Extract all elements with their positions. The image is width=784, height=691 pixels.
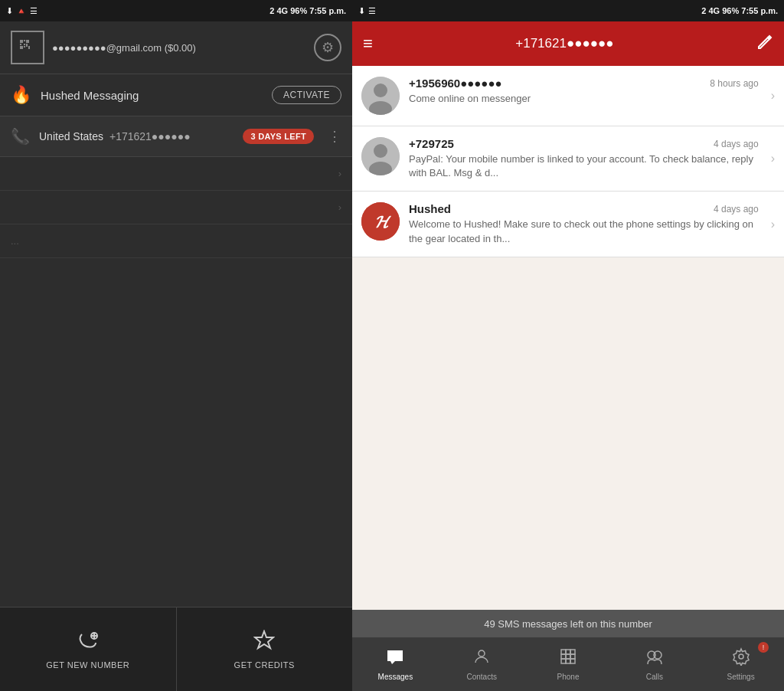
message-content-2: +729725 4 days ago PayPal: Your mobile n…	[409, 137, 759, 180]
settings-nav-icon	[732, 647, 750, 670]
right-signal-icon: ☰	[368, 6, 376, 16]
get-new-number-label: GET NEW NUMBER	[46, 660, 129, 670]
left-status-icons: ⬇ 🔺 ☰	[6, 6, 38, 16]
settings-gear-button[interactable]: ⚙	[314, 34, 341, 61]
svg-rect-6	[26, 44, 28, 47]
number-row[interactable]: 📞 United States +171621●●●●●● 3 DAYS LEF…	[0, 116, 352, 157]
phone-nav-icon	[559, 647, 577, 670]
svg-rect-29	[566, 659, 570, 663]
sms-info-text: 49 SMS messages left on this number	[484, 618, 652, 630]
right-arrow-2: ›	[338, 201, 341, 213]
nav-phone[interactable]: Phone	[525, 637, 612, 691]
qr-icon[interactable]	[11, 31, 44, 64]
get-new-number-button[interactable]: GET NEW NUMBER	[0, 607, 177, 691]
svg-rect-8	[24, 44, 25, 45]
activate-button[interactable]: ACTIVATE	[272, 86, 341, 104]
svg-rect-2	[26, 40, 29, 43]
get-credits-button[interactable]: GET CREDITS	[177, 607, 353, 691]
contacts-nav-icon	[472, 647, 491, 670]
bottom-nav: Messages Contacts Phone	[352, 637, 784, 691]
sender-2: +729725	[409, 137, 454, 150]
svg-rect-7	[28, 46, 30, 49]
overflow-row-1: ›	[0, 157, 352, 191]
chevron-right-3: ›	[771, 218, 775, 231]
download-icon: ⬇	[6, 6, 13, 16]
right-header: ≡ +171621●●●●●●	[352, 21, 784, 66]
settings-badge: !	[758, 642, 769, 653]
right-arrow-1: ›	[338, 168, 341, 179]
svg-rect-30	[570, 659, 575, 663]
nav-settings-label: Settings	[727, 673, 755, 681]
right-panel: ⬇ ☰ 2 4G 96% 7:55 p.m. ≡ +171621●●●●●●	[352, 0, 784, 691]
nav-calls[interactable]: Calls	[611, 637, 697, 691]
right-header-title: +171621●●●●●●	[381, 36, 749, 51]
right-status-bar: ⬇ ☰ 2 4G 96% 7:55 p.m.	[352, 0, 784, 21]
chevron-right-2: ›	[771, 152, 775, 165]
phone-icon: 📞	[11, 127, 30, 146]
avatar-2	[361, 137, 400, 175]
svg-point-21	[479, 650, 485, 657]
chevron-right-1: ›	[771, 89, 775, 103]
message-content-1: +1956960●●●●●● 8 hours ago Come online o…	[409, 77, 759, 106]
svg-rect-28	[561, 659, 566, 663]
svg-rect-22	[561, 650, 566, 654]
hamburger-menu-button[interactable]: ≡	[363, 34, 373, 54]
ellipsis: ...	[11, 235, 19, 247]
left-bottom-bar: GET NEW NUMBER GET CREDITS	[0, 607, 352, 691]
left-panel: ⬇ 🔺 ☰ 2 4G 96% 7:55 p.m. ●●●●●●●●●@gmail…	[0, 0, 352, 691]
svg-rect-1	[24, 40, 25, 41]
more-options-icon[interactable]: ⋮	[328, 128, 341, 145]
avatar-hushed: 𝓗	[361, 202, 400, 241]
svg-marker-12	[255, 631, 273, 648]
right-status-right: 2 4G 96% 7:55 p.m.	[701, 6, 778, 15]
time-2: 4 days ago	[714, 139, 759, 149]
nav-messages[interactable]: Messages	[352, 637, 439, 691]
overflow-area: › › ...	[0, 157, 352, 607]
message-item-1[interactable]: +1956960●●●●●● 8 hours ago Come online o…	[352, 66, 784, 126]
time-1: 8 hours ago	[710, 78, 758, 89]
account-email: ●●●●●●●●●@gmail.com ($0.00)	[52, 42, 306, 54]
gear-icon: ⚙	[322, 39, 334, 56]
svg-rect-3	[20, 44, 21, 45]
number-info: United States +171621●●●●●●	[39, 130, 234, 142]
message-list: +1956960●●●●●● 8 hours ago Come online o…	[352, 66, 784, 610]
messaging-label: Hushed Messaging	[41, 89, 263, 102]
sender-1: +1956960●●●●●●	[409, 77, 502, 90]
svg-rect-26	[566, 654, 570, 659]
days-badge: 3 DAYS LEFT	[243, 129, 314, 144]
overflow-row-3: ...	[0, 224, 352, 258]
menu-icon: ☰	[30, 6, 38, 16]
overflow-row-2: ›	[0, 191, 352, 224]
svg-point-17	[374, 144, 387, 158]
message-item-2[interactable]: +729725 4 days ago PayPal: Your mobile n…	[352, 126, 784, 192]
nav-calls-label: Calls	[646, 673, 663, 681]
left-status-bar: ⬇ 🔺 ☰ 2 4G 96% 7:55 p.m.	[0, 0, 352, 21]
messaging-row: 🔥 Hushed Messaging ACTIVATE	[0, 74, 352, 116]
svg-rect-27	[570, 654, 575, 659]
account-row: ●●●●●●●●●@gmail.com ($0.00) ⚙	[0, 21, 352, 74]
svg-point-14	[374, 84, 387, 97]
svg-rect-25	[561, 654, 566, 659]
sms-info-bar: 49 SMS messages left on this number	[352, 610, 784, 637]
calls-nav-icon	[645, 647, 664, 670]
preview-1: Come online on messenger	[409, 92, 759, 106]
nav-settings[interactable]: ! Settings	[697, 637, 784, 691]
svg-rect-5	[24, 46, 25, 47]
credits-icon	[253, 630, 275, 656]
svg-rect-24	[570, 650, 575, 654]
upload-icon: 🔺	[16, 6, 27, 16]
avatar-1	[361, 77, 400, 115]
svg-rect-0	[20, 40, 23, 43]
nav-messages-label: Messages	[378, 673, 413, 681]
nav-phone-label: Phone	[557, 673, 580, 681]
compose-button[interactable]	[756, 34, 773, 54]
preview-3: Welcome to Hushed! Make sure to check ou…	[409, 218, 759, 245]
sender-3: Hushed	[409, 202, 451, 215]
message-item-3[interactable]: 𝓗 Hushed 4 days ago Welcome to Hushed! M…	[352, 192, 784, 257]
nav-contacts[interactable]: Contacts	[439, 637, 525, 691]
new-number-icon	[77, 630, 99, 656]
left-status-right: 2 4G 96% 7:55 p.m.	[270, 6, 346, 15]
preview-2: PayPal: Your mobile number is linked to …	[409, 152, 759, 180]
fire-icon: 🔥	[11, 85, 31, 105]
svg-rect-23	[566, 650, 570, 654]
